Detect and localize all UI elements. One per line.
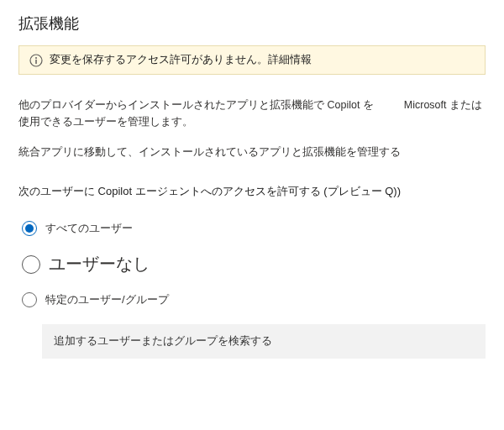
user-group-search-input[interactable]: 追加するユーザーまたはグループを検索する [42, 324, 486, 359]
description-main: 他のプロバイダーからインストールされたアプリと拡張機能で Copilot を使用… [18, 97, 379, 130]
description-side: Microsoft または [404, 97, 486, 130]
radio-indicator [22, 292, 37, 307]
radio-indicator-selected [22, 221, 37, 236]
manage-apps-link[interactable]: 統合アプリに移動して、インストールされているアプリと拡張機能を管理する [18, 144, 486, 160]
radio-indicator [22, 255, 40, 274]
permission-warning-banner: 変更を保存するアクセス許可がありません。詳細情報 [18, 45, 486, 75]
access-radio-group: すべてのユーザー ユーザーなし 特定のユーザー/グループ [22, 221, 486, 307]
warning-text: 変更を保存するアクセス許可がありません。詳細情報 [50, 53, 312, 67]
page-title: 拡張機能 [18, 13, 486, 34]
radio-label-none: ユーザーなし [49, 253, 150, 275]
radio-specific-users[interactable]: 特定のユーザー/グループ [22, 292, 486, 307]
radio-label-specific: 特定のユーザー/グループ [45, 292, 169, 307]
description-row: 他のプロバイダーからインストールされたアプリと拡張機能で Copilot を使用… [18, 97, 486, 130]
access-heading: 次のユーザーに Copilot エージェントへのアクセスを許可する (プレビュー… [18, 184, 486, 199]
radio-no-users[interactable]: ユーザーなし [22, 253, 486, 275]
radio-all-users[interactable]: すべてのユーザー [22, 221, 486, 236]
radio-label-all: すべてのユーザー [45, 221, 133, 236]
info-icon [29, 54, 43, 67]
